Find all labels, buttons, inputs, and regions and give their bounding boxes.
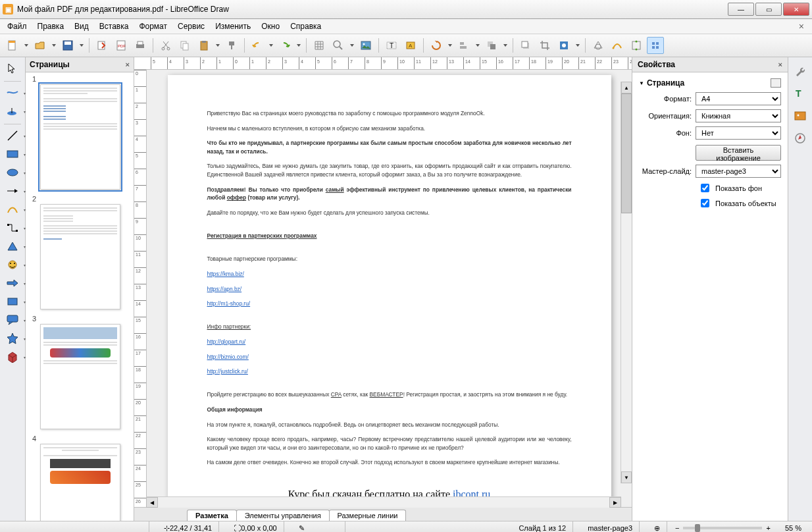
- doc-close-button[interactable]: ×: [794, 20, 809, 33]
- textbox-button[interactable]: T: [383, 37, 400, 54]
- menu-format[interactable]: Формат: [134, 20, 172, 32]
- fontwork-button[interactable]: A: [402, 37, 419, 54]
- thumb-2[interactable]: 2: [28, 195, 131, 309]
- arrange-dropdown[interactable]: [502, 44, 509, 47]
- zoom-dropdown[interactable]: [349, 44, 355, 47]
- pages-panel-close[interactable]: ×: [126, 61, 130, 68]
- zoom-in-icon[interactable]: +: [766, 524, 770, 532]
- page-scroll[interactable]: Приветствую Вас на страницах моего руков…: [147, 70, 632, 507]
- line-tool[interactable]: ▾: [3, 127, 22, 144]
- menu-help[interactable]: Справка: [286, 20, 326, 32]
- arrange-button[interactable]: [483, 37, 500, 54]
- section-page[interactable]: ▼Страница: [639, 76, 781, 90]
- save-dropdown[interactable]: [78, 44, 85, 47]
- shadow-button[interactable]: [517, 37, 534, 54]
- copy-button[interactable]: [176, 37, 193, 54]
- sidebar-navigator-icon[interactable]: [792, 130, 809, 147]
- glue-points-button[interactable]: [628, 37, 645, 54]
- edit-points-button[interactable]: [609, 37, 626, 54]
- connector-tool[interactable]: ▾: [3, 219, 22, 236]
- properties-close[interactable]: ×: [778, 61, 782, 68]
- basic-shapes-tool[interactable]: ▾: [3, 238, 22, 255]
- thumb-1[interactable]: 1: [28, 75, 131, 190]
- rotate-button[interactable]: [428, 37, 445, 54]
- zoom-slider[interactable]: [683, 527, 762, 529]
- print-button[interactable]: [132, 37, 149, 54]
- rotate-dropdown[interactable]: [447, 44, 453, 47]
- block-arrows-tool[interactable]: ▾: [3, 275, 22, 292]
- tab-layout[interactable]: Разметка: [187, 510, 237, 521]
- master-select[interactable]: master-page3: [696, 165, 781, 178]
- undo-button[interactable]: [249, 37, 266, 54]
- menu-file[interactable]: Файл: [3, 20, 32, 32]
- paste-button[interactable]: [195, 37, 213, 54]
- pdf-button[interactable]: PDF: [113, 37, 130, 54]
- doc-link[interactable]: http://biznio.com/: [207, 354, 249, 360]
- symbol-shapes-tool[interactable]: ▾: [3, 256, 22, 273]
- page-1[interactable]: Приветствую Вас на страницах моего руков…: [168, 75, 611, 507]
- close-button[interactable]: ✕: [783, 3, 809, 16]
- filter-dropdown[interactable]: [574, 44, 581, 47]
- orientation-select[interactable]: Книжная: [696, 109, 781, 122]
- shape-button[interactable]: [590, 37, 607, 54]
- save-button[interactable]: [59, 37, 76, 54]
- status-slide[interactable]: Слайд 1 из 12: [512, 521, 573, 532]
- insert-image-button[interactable]: Вставить изображение: [696, 145, 781, 161]
- grid-button[interactable]: [311, 37, 328, 54]
- undo-dropdown[interactable]: [268, 44, 274, 47]
- background-select[interactable]: Нет: [696, 126, 781, 140]
- doc-link[interactable]: http://justclick.ru/: [207, 368, 248, 375]
- menu-window[interactable]: Окно: [257, 20, 284, 32]
- callout-tool[interactable]: ▾: [3, 311, 22, 329]
- maximize-button[interactable]: ▭: [755, 3, 782, 16]
- doc-link[interactable]: http://glopart.ru/: [207, 338, 246, 345]
- format-select[interactable]: A4: [696, 92, 781, 105]
- arrow-tool[interactable]: ▾: [3, 182, 22, 200]
- doc-link[interactable]: https://apn.bz/: [207, 286, 242, 292]
- menu-view[interactable]: Вид: [70, 20, 93, 32]
- new-button[interactable]: [4, 37, 21, 54]
- tab-dimlines[interactable]: Размерные линии: [329, 510, 407, 521]
- sidebar-styles-icon[interactable]: T: [792, 85, 809, 102]
- show-obj-checkbox[interactable]: [701, 199, 709, 207]
- 3d-tool[interactable]: ▾: [3, 348, 22, 365]
- extrusion-button[interactable]: [647, 37, 664, 54]
- sidebar-gallery-icon[interactable]: [792, 107, 809, 124]
- flowchart-tool[interactable]: ▾: [3, 293, 22, 310]
- minimize-button[interactable]: —: [728, 3, 754, 16]
- vertical-scrollbar[interactable]: ▲▼: [621, 82, 632, 483]
- horizontal-ruler[interactable]: 5432101234567891011121314151617181920212…: [134, 57, 632, 70]
- export-button[interactable]: [93, 37, 111, 54]
- menu-modify[interactable]: Изменить: [211, 20, 255, 32]
- redo-dropdown[interactable]: [295, 44, 302, 47]
- select-tool[interactable]: [3, 60, 22, 77]
- zoom-out-icon[interactable]: −: [675, 524, 679, 532]
- pages-thumbnails[interactable]: 1 2 3 4 5: [26, 72, 134, 521]
- align-dropdown[interactable]: [474, 44, 481, 47]
- thumb-4[interactable]: 4: [28, 435, 131, 521]
- ellipse-tool[interactable]: ▾: [3, 164, 22, 181]
- crop-button[interactable]: [536, 37, 553, 54]
- new-dropdown[interactable]: [23, 44, 30, 47]
- zoom-fit-icon[interactable]: ⊕: [647, 521, 667, 532]
- menu-tools[interactable]: Сервис: [173, 20, 209, 32]
- image-button[interactable]: [357, 37, 374, 54]
- format-paint-button[interactable]: [223, 37, 240, 54]
- menu-edit[interactable]: Правка: [33, 20, 69, 32]
- open-button[interactable]: [32, 37, 49, 54]
- thumb-3[interactable]: 3: [28, 315, 131, 429]
- section-more-icon[interactable]: [771, 78, 781, 88]
- line-color-tool[interactable]: ▾: [3, 84, 22, 101]
- star-tool[interactable]: ▾: [3, 330, 22, 347]
- align-button[interactable]: [455, 37, 472, 54]
- status-master[interactable]: master-page3: [581, 521, 640, 532]
- zoom-button[interactable]: [330, 37, 347, 54]
- tab-controls[interactable]: Элементы управления: [236, 510, 330, 521]
- fill-color-tool[interactable]: ▾: [3, 103, 22, 120]
- filter-button[interactable]: [555, 37, 572, 54]
- redo-button[interactable]: [276, 37, 293, 54]
- horizontal-scrollbar[interactable]: ◀▶: [146, 496, 621, 508]
- sidebar-properties-icon[interactable]: [792, 63, 809, 80]
- curve-tool[interactable]: ▾: [3, 201, 22, 218]
- rect-tool[interactable]: ▾: [3, 146, 22, 163]
